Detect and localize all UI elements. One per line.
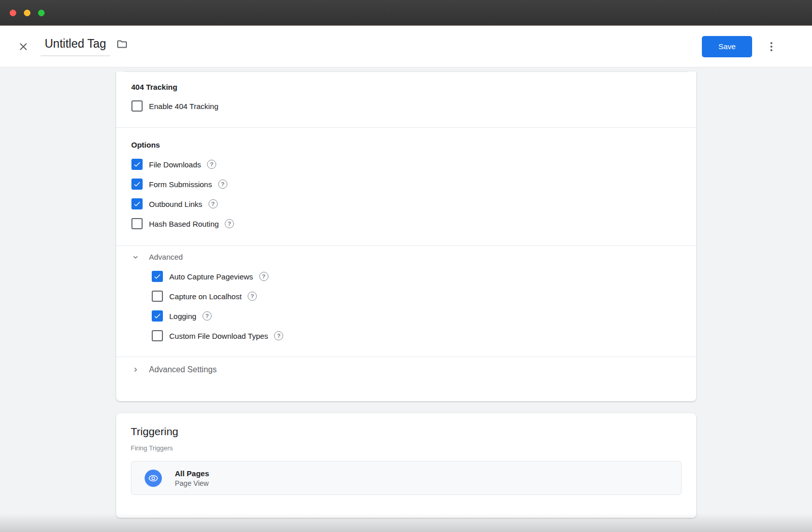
file-downloads-checkbox[interactable] xyxy=(131,159,143,170)
checkbox-row-file-downloads: File Downloads ? xyxy=(131,159,681,170)
trigger-row-all-pages[interactable]: All Pages Page View xyxy=(131,461,682,495)
section-404-tracking: 404 Tracking Enable 404 Tracking xyxy=(116,72,696,112)
save-button[interactable]: Save xyxy=(702,36,752,57)
checkbox-row-hash-based-routing: Hash Based Routing ? xyxy=(131,218,681,229)
section-heading: Options xyxy=(131,140,681,149)
section-options: Options File Downloads ? Form Submission… xyxy=(116,128,696,229)
checkbox-label: Enable 404 Tracking xyxy=(149,102,219,111)
trigger-type: Page View xyxy=(175,479,210,487)
checkbox-row-enable-404: Enable 404 Tracking xyxy=(131,100,681,112)
checkbox-label: Logging xyxy=(170,312,196,321)
tag-editor-content: 404 Tracking Enable 404 Tracking Options… xyxy=(0,72,812,532)
tag-editor-header: Untitled Tag Save xyxy=(0,26,812,67)
checkbox-label: Auto Capture Pageviews xyxy=(170,272,253,281)
chevron-down-icon xyxy=(131,253,140,261)
tag-title: Untitled Tag xyxy=(45,37,106,50)
folder-button[interactable] xyxy=(115,38,129,52)
triggering-heading: Triggering xyxy=(131,413,682,438)
tag-name-field[interactable]: Untitled Tag xyxy=(41,37,110,56)
hash-based-routing-checkbox[interactable] xyxy=(131,218,143,229)
help-icon[interactable]: ? xyxy=(274,331,283,340)
checkbox-label: Capture on Localhost xyxy=(170,292,242,301)
triggering-card: Triggering Firing Triggers All Pages Pag… xyxy=(116,413,696,518)
checkbox-row-form-submissions: Form Submissions ? xyxy=(131,179,681,190)
help-icon[interactable]: ? xyxy=(225,219,234,228)
outbound-links-checkbox[interactable] xyxy=(131,198,143,209)
folder-icon xyxy=(115,38,129,52)
window-titlebar xyxy=(0,0,812,26)
checkbox-label: Form Submissions xyxy=(149,180,212,189)
chevron-right-icon xyxy=(131,366,140,374)
section-heading: 404 Tracking xyxy=(131,83,681,91)
checkbox-label: File Downloads xyxy=(149,160,201,169)
section-advanced-settings: Advanced Settings xyxy=(116,357,696,374)
capture-on-localhost-checkbox[interactable] xyxy=(152,291,163,302)
tag-configuration-card: 404 Tracking Enable 404 Tracking Options… xyxy=(116,72,696,401)
help-icon[interactable]: ? xyxy=(209,199,218,208)
checkbox-row-outbound-links: Outbound Links ? xyxy=(131,198,681,209)
window-close-button[interactable] xyxy=(10,10,16,16)
advanced-items: Auto Capture Pageviews ? Capture on Loca… xyxy=(152,271,681,341)
advanced-label: Advanced xyxy=(149,253,183,261)
form-submissions-checkbox[interactable] xyxy=(131,179,143,190)
custom-file-download-types-checkbox[interactable] xyxy=(152,330,163,341)
help-icon[interactable]: ? xyxy=(207,160,216,169)
help-icon[interactable]: ? xyxy=(259,272,268,281)
trigger-name: All Pages xyxy=(175,469,210,478)
checkbox-row-capture-on-localhost: Capture on Localhost ? xyxy=(152,291,681,302)
checkbox-row-logging: Logging ? xyxy=(152,310,681,322)
section-advanced: Advanced Auto Capture Pageviews ? Captur… xyxy=(116,246,696,341)
checkbox-row-custom-file-download-types: Custom File Download Types ? xyxy=(152,330,681,341)
help-icon[interactable]: ? xyxy=(202,311,212,321)
close-icon xyxy=(17,41,29,53)
advanced-settings-label: Advanced Settings xyxy=(149,365,217,374)
help-icon[interactable]: ? xyxy=(248,292,257,301)
advanced-settings-toggle[interactable]: Advanced Settings xyxy=(131,365,681,374)
eye-icon xyxy=(145,470,162,487)
enable-404-checkbox[interactable] xyxy=(131,100,143,112)
firing-triggers-label: Firing Triggers xyxy=(131,444,682,452)
window-zoom-button[interactable] xyxy=(38,10,45,16)
window-minimize-button[interactable] xyxy=(24,10,30,16)
help-icon[interactable]: ? xyxy=(218,180,227,189)
kebab-menu-icon[interactable] xyxy=(767,39,775,54)
checkbox-label: Outbound Links xyxy=(149,200,202,208)
close-editor-button[interactable] xyxy=(17,41,29,53)
checkbox-row-auto-capture-pageviews: Auto Capture Pageviews ? xyxy=(152,271,681,282)
auto-capture-pageviews-checkbox[interactable] xyxy=(152,271,163,282)
checkbox-label: Custom File Download Types xyxy=(170,332,268,340)
logging-checkbox[interactable] xyxy=(152,310,163,322)
advanced-toggle[interactable]: Advanced xyxy=(131,253,681,261)
checkbox-label: Hash Based Routing xyxy=(149,220,219,228)
